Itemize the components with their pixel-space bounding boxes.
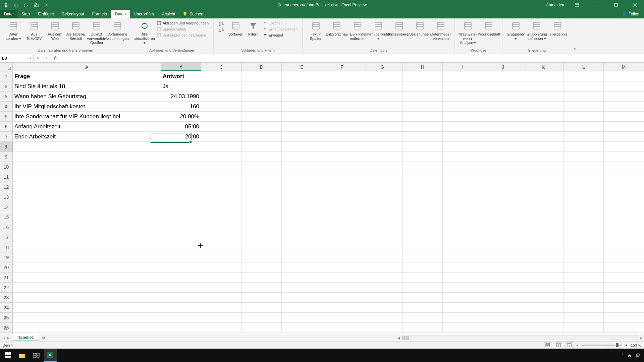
row-header[interactable]: 18: [0, 242, 12, 252]
cell[interactable]: Wann haben Sie Geburtstag: [13, 92, 161, 102]
cell[interactable]: [322, 122, 362, 132]
cell[interactable]: [201, 81, 241, 92]
cell[interactable]: [362, 202, 402, 212]
cell[interactable]: [564, 102, 604, 112]
cell[interactable]: [13, 242, 161, 252]
ribbon-button[interactable]: Vorhandene Verbindungen: [107, 20, 127, 41]
cell[interactable]: [483, 152, 523, 162]
cell[interactable]: [322, 283, 362, 293]
cell[interactable]: [523, 81, 564, 92]
cell[interactable]: [201, 122, 241, 132]
cell[interactable]: [523, 212, 564, 222]
cell[interactable]: [161, 273, 201, 283]
cell[interactable]: [604, 323, 644, 333]
tab-start[interactable]: Start: [17, 10, 34, 18]
column-header[interactable]: A: [13, 63, 161, 71]
undo-icon[interactable]: [13, 2, 19, 8]
cell[interactable]: [483, 142, 523, 152]
cell[interactable]: [241, 192, 282, 202]
cell[interactable]: [402, 192, 443, 202]
cell[interactable]: [282, 122, 322, 132]
cell[interactable]: [201, 293, 241, 303]
excel-taskbar-icon[interactable]: X: [44, 349, 57, 362]
cell[interactable]: [402, 262, 443, 273]
cell[interactable]: [282, 313, 322, 323]
row-header[interactable]: 24: [0, 303, 12, 313]
row-header[interactable]: 22: [0, 283, 12, 293]
cell[interactable]: [362, 71, 402, 81]
cell[interactable]: [322, 202, 362, 212]
cell[interactable]: [604, 162, 644, 172]
cell[interactable]: [362, 192, 402, 202]
cell[interactable]: [523, 71, 564, 81]
cell[interactable]: [443, 71, 483, 81]
cell[interactable]: [362, 162, 402, 172]
name-box[interactable]: B8▼: [0, 54, 34, 62]
column-header[interactable]: C: [201, 63, 241, 71]
cell[interactable]: [523, 232, 564, 242]
cell[interactable]: [483, 71, 523, 81]
row-header[interactable]: 13: [0, 192, 12, 202]
sign-in-link[interactable]: Anmelden: [546, 3, 564, 7]
cell[interactable]: [241, 202, 282, 212]
cell[interactable]: [564, 273, 604, 283]
cell[interactable]: [161, 172, 201, 182]
cell[interactable]: [523, 202, 564, 212]
cell[interactable]: [161, 182, 201, 192]
cell[interactable]: [443, 132, 483, 142]
collapse-ribbon-icon[interactable]: ^: [571, 18, 578, 54]
cell[interactable]: [282, 132, 322, 142]
cell[interactable]: [483, 202, 523, 212]
cell[interactable]: [564, 182, 604, 192]
cell[interactable]: [362, 122, 402, 132]
cell[interactable]: [322, 162, 362, 172]
row-header[interactable]: 26: [0, 323, 12, 333]
cell[interactable]: [604, 262, 644, 273]
cell[interactable]: [362, 112, 402, 122]
cell[interactable]: [201, 112, 241, 122]
cell[interactable]: [483, 92, 523, 102]
cell[interactable]: [523, 262, 564, 273]
cell[interactable]: [564, 323, 604, 333]
cell[interactable]: [402, 222, 443, 232]
cell[interactable]: [362, 323, 402, 333]
cell[interactable]: [282, 92, 322, 102]
cell[interactable]: [402, 212, 443, 222]
ribbon-small-button[interactable]: Erweitert: [261, 33, 299, 38]
row-header[interactable]: 1: [0, 71, 12, 81]
cell[interactable]: [564, 252, 604, 262]
cell[interactable]: [564, 132, 604, 142]
cell[interactable]: [241, 92, 282, 102]
sort-asc-button[interactable]: AZ: [217, 20, 226, 26]
cell[interactable]: [322, 232, 362, 242]
tab-formeln[interactable]: Formeln: [88, 10, 111, 18]
cell[interactable]: [161, 283, 201, 293]
sort-desc-button[interactable]: ZA: [217, 26, 226, 33]
cell[interactable]: [241, 122, 282, 132]
cell[interactable]: [604, 132, 644, 142]
cell[interactable]: [362, 212, 402, 222]
cell[interactable]: [161, 242, 201, 252]
cell[interactable]: [322, 323, 362, 333]
cell[interactable]: [322, 303, 362, 313]
select-all-button[interactable]: [0, 63, 13, 71]
cell[interactable]: [201, 142, 241, 152]
cell[interactable]: [443, 313, 483, 323]
cell[interactable]: [282, 71, 322, 81]
zoom-slider[interactable]: [582, 345, 622, 346]
cell[interactable]: [241, 222, 282, 232]
cell[interactable]: [443, 212, 483, 222]
tab-ansicht[interactable]: Ansicht: [158, 10, 179, 18]
cell[interactable]: [201, 132, 241, 142]
cell[interactable]: [362, 152, 402, 162]
cell[interactable]: [483, 283, 523, 293]
spreadsheet-grid[interactable]: ABCDEFGHIJKLM 12345678910111213141516171…: [0, 63, 644, 334]
cell[interactable]: [402, 232, 443, 242]
cell[interactable]: [604, 112, 644, 122]
cell[interactable]: [443, 283, 483, 293]
cell[interactable]: [241, 242, 282, 252]
cell[interactable]: [483, 172, 523, 182]
cell[interactable]: [13, 172, 161, 182]
ribbon-small-button[interactable]: Abfragen und Verbindungen: [155, 20, 210, 26]
cell[interactable]: [402, 132, 443, 142]
